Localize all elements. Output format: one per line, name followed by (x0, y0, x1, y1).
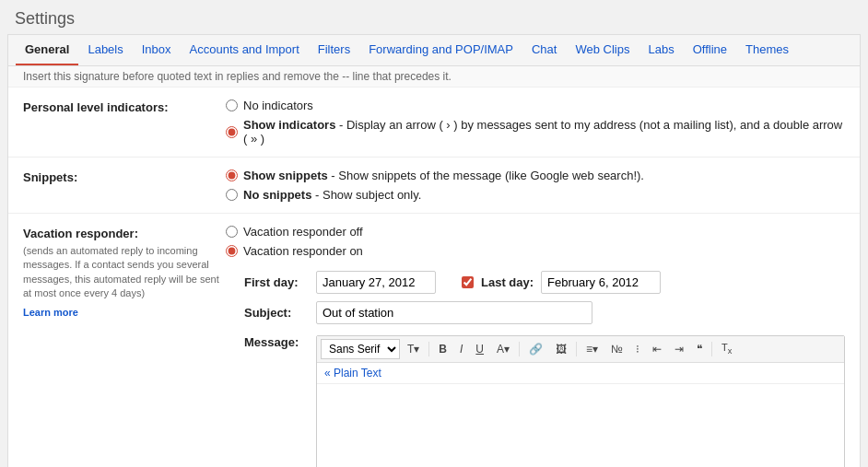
settings-content: Insert this signature before quoted text… (8, 66, 860, 467)
scroll-notice: Insert this signature before quoted text… (8, 66, 860, 88)
tab-webclips[interactable]: Web Clips (566, 35, 639, 65)
font-family-select[interactable]: Sans Serif (321, 339, 400, 359)
first-day-label: First day: (244, 275, 309, 289)
subject-row: Subject: (244, 301, 845, 324)
separator-1 (428, 342, 429, 356)
vacation-learn-more-link[interactable]: Learn more (23, 307, 78, 318)
show-snippets-label: Show snippets - Show snippets of the mes… (243, 169, 644, 182)
underline-button[interactable]: U (470, 340, 489, 358)
page-title: Settings (0, 0, 868, 34)
align-button[interactable]: ≡▾ (581, 340, 604, 358)
vacation-options: Vacation responder off Vacation responde… (226, 225, 845, 467)
show-snippets-radio[interactable] (226, 169, 238, 181)
tab-accounts[interactable]: Accounts and Import (181, 35, 309, 65)
personal-level-label: Personal level indicators: (23, 99, 226, 114)
tab-themes[interactable]: Themes (736, 35, 798, 65)
vacation-on-row: Vacation responder on (226, 244, 845, 258)
vacation-on-radio[interactable] (226, 245, 238, 257)
vacation-fields: First day: Last day: Subject: (226, 271, 845, 467)
link-button[interactable]: 🔗 (523, 340, 548, 358)
last-day-label: Last day: (481, 275, 534, 289)
no-snippets-radio[interactable] (226, 189, 238, 201)
message-editor: Sans Serif T▾ B I U A▾ (316, 335, 845, 467)
tab-labs[interactable]: Labs (639, 35, 683, 65)
personal-level-options: No indicators Show indicators - Display … (226, 99, 845, 146)
nav-tabs: General Labels Inbox Accounts and Import… (8, 35, 860, 66)
first-day-input[interactable] (316, 271, 436, 294)
font-size-button[interactable]: T▾ (402, 340, 425, 358)
last-day-checkbox[interactable] (462, 276, 474, 288)
settings-container: General Labels Inbox Accounts and Import… (7, 34, 861, 467)
separator-4 (711, 342, 712, 356)
no-indicators-label: No indicators (243, 99, 313, 112)
image-button[interactable]: 🖼 (550, 340, 572, 358)
tab-labels[interactable]: Labels (78, 35, 132, 65)
tab-forwarding[interactable]: Forwarding and POP/IMAP (359, 35, 522, 65)
indent-more-button[interactable]: ⇥ (669, 340, 689, 358)
show-indicators-row: Show indicators - Display an arrow ( › )… (226, 118, 845, 146)
vacation-off-row: Vacation responder off (226, 225, 845, 239)
ul-button[interactable]: ⁝ (630, 340, 645, 358)
no-snippets-label: No snippets - Show subject only. (243, 188, 421, 202)
vacation-off-radio[interactable] (226, 226, 238, 238)
text-color-button[interactable]: A▾ (491, 340, 515, 358)
last-day-input[interactable] (541, 271, 661, 294)
clear-format-button[interactable]: Tx (716, 339, 737, 358)
plain-text-link[interactable]: « Plain Text (317, 363, 844, 384)
ol-button[interactable]: № (605, 340, 628, 358)
message-editor-wrap: Sans Serif T▾ B I U A▾ (316, 332, 845, 467)
bold-button[interactable]: B (433, 340, 452, 358)
show-snippets-row: Show snippets - Show snippets of the mes… (226, 169, 845, 182)
dates-row: First day: Last day: (244, 271, 845, 294)
last-day-section: Last day: (462, 271, 661, 294)
vacation-on-label: Vacation responder on (243, 244, 363, 258)
tab-inbox[interactable]: Inbox (133, 35, 181, 65)
editor-toolbar: Sans Serif T▾ B I U A▾ (317, 336, 844, 363)
show-indicators-radio[interactable] (226, 126, 238, 138)
tab-chat[interactable]: Chat (522, 35, 566, 65)
message-label: Message: (244, 332, 309, 349)
tab-filters[interactable]: Filters (309, 35, 359, 65)
text-color-icon: A (497, 343, 504, 356)
snippets-row: Snippets: Show snippets - Show snippets … (8, 158, 860, 214)
snippets-label: Snippets: (23, 169, 226, 184)
snippets-options: Show snippets - Show snippets of the mes… (226, 169, 845, 202)
no-indicators-radio[interactable] (226, 99, 238, 111)
no-snippets-row: No snippets - Show subject only. (226, 188, 845, 202)
separator-3 (576, 342, 577, 356)
vacation-off-label: Vacation responder off (243, 225, 363, 239)
show-indicators-label: Show indicators - Display an arrow ( › )… (243, 118, 845, 146)
vacation-label: Vacation responder: (sends an automated … (23, 225, 226, 319)
vacation-row: Vacation responder: (sends an automated … (8, 214, 860, 467)
message-row: Message: Sans Serif T▾ B (244, 332, 845, 467)
italic-button[interactable]: I (454, 340, 468, 358)
tab-general[interactable]: General (16, 35, 78, 65)
no-indicators-row: No indicators (226, 99, 845, 112)
indent-less-button[interactable]: ⇤ (647, 340, 667, 358)
subject-label: Subject: (244, 306, 309, 320)
message-body[interactable] (317, 384, 844, 467)
vacation-sub-text: (sends an automated reply to incoming me… (23, 244, 226, 301)
blockquote-button[interactable]: ❝ (691, 340, 708, 358)
personal-level-row: Personal level indicators: No indicators… (8, 88, 860, 158)
subject-input[interactable] (316, 301, 592, 324)
tab-offline[interactable]: Offline (684, 35, 736, 65)
separator-2 (519, 342, 520, 356)
